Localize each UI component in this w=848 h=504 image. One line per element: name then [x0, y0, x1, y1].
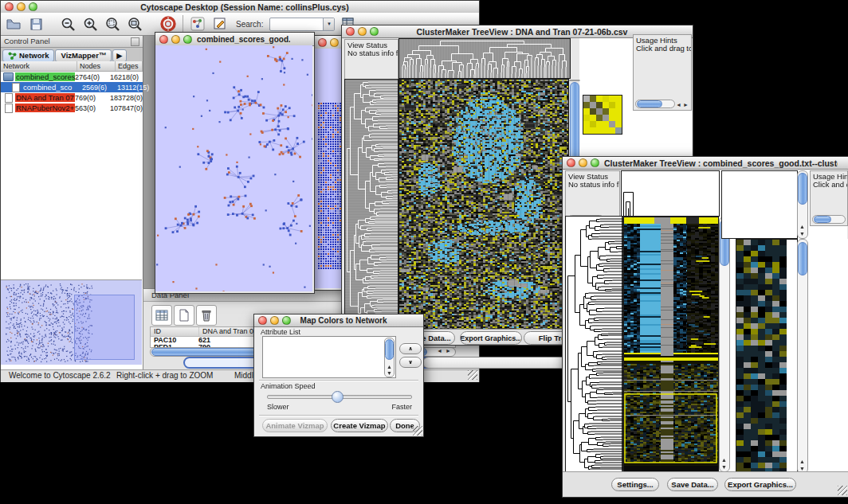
desktop: Cytoscape Desktop (Session Name: collins… — [0, 0, 848, 504]
animation-speed-slider-thumb[interactable] — [332, 391, 344, 403]
open-folder-icon[interactable] — [6, 16, 22, 32]
attribute-list[interactable]: ▲ ▼ — [262, 336, 396, 378]
zoom-selected-icon[interactable] — [104, 16, 120, 32]
network-file-icon — [5, 93, 13, 103]
move-down-button[interactable]: ∨ — [399, 357, 422, 368]
tv1-vscrollbar[interactable] — [569, 80, 580, 81]
save-icon[interactable] — [28, 16, 44, 32]
dialog-title-bar[interactable]: Map Colors to Network — [254, 315, 423, 327]
scroll-right-icon[interactable]: ► — [683, 102, 689, 107]
scroll-up-icon[interactable]: ▲ — [799, 224, 805, 229]
scroll-down-icon[interactable]: ▼ — [387, 370, 392, 376]
tab-network[interactable]: Network — [2, 49, 54, 62]
scroll-down-icon[interactable]: ▼ — [721, 464, 727, 470]
zoom-button[interactable] — [282, 316, 291, 325]
network-file-icon — [12, 83, 20, 92]
main-title-bar[interactable]: Cytoscape Desktop (Session Name: collins… — [1, 1, 479, 14]
tv1-heatmap[interactable] — [398, 79, 569, 330]
network-tree-row[interactable]: RNAPuberNov2+ 563(0) 107847(0) — [1, 103, 143, 113]
minimize-button[interactable] — [171, 35, 180, 44]
resize-grip[interactable] — [468, 370, 477, 380]
close-button[interactable] — [258, 316, 267, 325]
network-glyph-icon — [8, 52, 17, 60]
minimize-button[interactable] — [579, 158, 587, 167]
close-button[interactable] — [318, 38, 327, 47]
tv1-column-dendrogram[interactable] — [398, 38, 571, 79]
tab-overflow-arrow[interactable]: ▶ — [112, 49, 126, 62]
annotation-icon[interactable] — [212, 16, 228, 32]
tab-vizmapper[interactable]: VizMapper™ — [55, 49, 112, 62]
netA-title-bar[interactable]: combined_scores_good.txt--cluste... — [155, 33, 314, 46]
close-button[interactable] — [5, 2, 14, 11]
attribute-browser-tab-fragment[interactable]: r — [422, 357, 576, 369]
scroll-down-icon[interactable]: ▼ — [799, 231, 805, 236]
save-data-button[interactable]: Save Data... — [667, 478, 718, 491]
delete-attribute-trash-icon[interactable] — [196, 305, 217, 326]
export-graphics-button[interactable]: Export Graphics... — [460, 331, 522, 345]
close-button[interactable] — [159, 35, 168, 44]
scroll-left-icon[interactable]: ◄ — [676, 102, 681, 107]
resize-grip[interactable] — [838, 486, 847, 495]
select-attributes-icon[interactable] — [151, 305, 172, 326]
zoom-button[interactable] — [591, 158, 599, 167]
network-tree-row[interactable]: combined_scores 2764(0) 16218(0) — [1, 72, 143, 82]
network-canvas-dense[interactable] — [314, 49, 344, 288]
minimize-button[interactable] — [270, 316, 279, 325]
tv2-gene-list[interactable] — [809, 239, 848, 472]
resize-grip[interactable] — [413, 426, 422, 436]
move-up-button[interactable]: ∧ — [399, 343, 422, 354]
create-vizmap-button[interactable]: Create Vizmap — [331, 419, 388, 432]
minimize-button[interactable] — [358, 27, 367, 36]
plugin-network-icon[interactable] — [190, 16, 206, 32]
tv1-hints-hscrollbar[interactable] — [635, 100, 675, 108]
tv2-heatmap[interactable] — [623, 217, 719, 472]
tv2-column-labels — [721, 170, 798, 239]
scroll-up-icon[interactable]: ▲ — [799, 459, 805, 464]
tv1-summary-matrix[interactable] — [583, 95, 622, 135]
tv2-selected-heatmap[interactable] — [736, 239, 798, 474]
scroll-left-icon[interactable]: ◄ — [437, 348, 442, 354]
treeview2-title-bar[interactable]: ClusterMaker TreeView : combined_scores_… — [563, 157, 848, 170]
zoom-button[interactable] — [183, 35, 192, 44]
network-tree-row[interactable]: DNA and Tran 07 769(0) 183728(0) — [1, 92, 143, 103]
tv2-collabel-vscrollbar[interactable]: ▲ ▼ — [797, 170, 808, 239]
close-button[interactable] — [567, 158, 575, 167]
minimize-button[interactable] — [330, 38, 339, 47]
network-tree-header: Network Nodes Edges — [1, 61, 143, 72]
help-lifering-icon[interactable] — [160, 16, 176, 32]
tv2-genelist-vscrollbar[interactable]: ▲ ▼ — [797, 239, 808, 474]
main-window-title: Cytoscape Desktop (Session Name: collins… — [42, 2, 447, 12]
tv2-hints-hscrollbar[interactable] — [812, 215, 846, 224]
settings-button[interactable]: Settings... — [611, 478, 659, 491]
create-attribute-icon[interactable] — [174, 305, 194, 326]
scroll-right-icon[interactable]: ► — [446, 348, 451, 354]
zoom-fit-icon[interactable] — [127, 16, 143, 32]
zoom-in-icon[interactable] — [82, 16, 98, 32]
zoom-button[interactable] — [29, 2, 37, 11]
network-tree-row[interactable]: combined_sco 2569(6) 13112(15) — [1, 82, 143, 92]
treeview2-window: ClusterMaker TreeView : combined_scores_… — [562, 156, 848, 498]
zoom-button[interactable] — [370, 27, 379, 36]
minimize-button[interactable] — [17, 2, 26, 11]
export-graphics-button[interactable]: Export Graphics... — [724, 478, 796, 491]
scroll-down-icon[interactable]: ▼ — [799, 466, 805, 471]
attribute-list-vscrollbar[interactable]: ▲ ▼ — [384, 338, 395, 377]
scroll-up-icon[interactable]: ▲ — [387, 364, 392, 369]
animate-vizmap-button[interactable]: Animate Vizmap — [262, 419, 328, 432]
search-label: Search: — [236, 20, 263, 29]
search-input[interactable]: ▼ — [269, 18, 335, 31]
search-dropdown-arrow[interactable]: ▼ — [323, 18, 334, 30]
window-controls[interactable] — [5, 2, 37, 11]
scroll-up-icon[interactable]: ▲ — [721, 457, 727, 463]
tv2-row-dendrogram[interactable] — [565, 216, 624, 473]
tv2-column-dendrogram[interactable] — [621, 170, 720, 217]
tv2-heatmap-vscrollbar[interactable]: ▲ ▼ — [719, 217, 730, 472]
close-button[interactable] — [346, 27, 355, 36]
panel-float-icon[interactable] — [131, 37, 139, 46]
birdseye-view[interactable] — [1, 279, 142, 365]
tv1-row-dendrogram[interactable] — [344, 79, 398, 330]
zoom-out-icon[interactable] — [60, 16, 76, 32]
network-tree-rows: combined_scores 2764(0) 16218(0) combine… — [1, 72, 143, 113]
treeview1-title: ClusterMaker TreeView : DNA and Tran 07-… — [383, 27, 661, 37]
network-canvas[interactable] — [155, 45, 312, 291]
